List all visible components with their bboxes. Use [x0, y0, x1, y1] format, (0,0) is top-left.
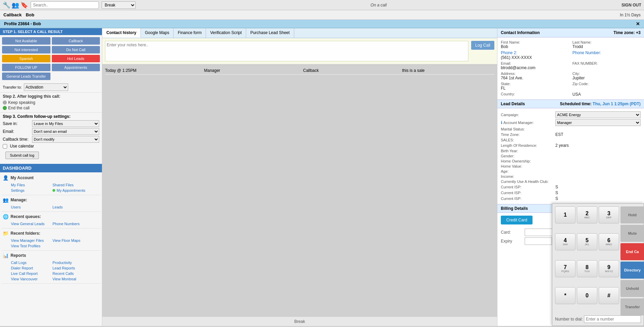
callback-button[interactable]: Callback	[52, 37, 100, 45]
view-floor-maps-link[interactable]: View Floor Maps	[51, 238, 92, 243]
my-account-section[interactable]: 👤 My Account	[1, 174, 101, 182]
break-select[interactable]: Break Available Lunch Meeting	[102, 1, 136, 9]
view-montreal-link[interactable]: View Montreal	[51, 277, 92, 281]
call-buttons-area: Not Available Not interested Spanish FOL…	[0, 35, 102, 82]
my-account-icon: 👤	[3, 175, 9, 181]
use-calendar-row[interactable]: Use calendar	[3, 144, 99, 149]
notes-textarea[interactable]	[105, 41, 468, 61]
phone2-label[interactable]: Phone 2:	[501, 50, 569, 55]
nav-section-my-account: 👤 My Account My Files Shared Files Setti…	[1, 174, 101, 195]
expiry-input[interactable]	[525, 237, 552, 245]
tab-purchase-lead-sheet[interactable]: Purchase Lead Sheet	[246, 28, 294, 38]
folders-icon: 📁	[3, 231, 9, 236]
profile-title-text: Profile 23664 - Bob	[4, 21, 41, 26]
keep-speaking-radio[interactable]	[3, 100, 7, 105]
zip-label: Zip Code:	[572, 82, 641, 86]
shared-files-link[interactable]: Shared Files	[51, 183, 92, 187]
numpad-grid: 1 2ABC 3DEF 4GHI 5JKL 6MNO 7PQRS 8TUV 9W…	[555, 206, 619, 313]
spanish-button[interactable]: Spanish	[2, 55, 50, 62]
my-files-link[interactable]: My Files	[10, 183, 50, 187]
numpad-7[interactable]: 7PQRS	[555, 260, 575, 277]
my-appointments-link[interactable]: My Appointments	[51, 188, 92, 193]
country-value: USA	[572, 92, 641, 97]
users-link[interactable]: Users	[10, 205, 50, 209]
directory-button[interactable]: Directory	[620, 262, 644, 279]
current-isp-3-value: S	[555, 196, 641, 201]
unhold-button[interactable]: Unhold	[620, 280, 644, 297]
save-in-select[interactable]: Leave in My FilesSave to Queue	[32, 120, 99, 127]
content-tabs: Contact history Google Maps Finance form…	[102, 28, 497, 38]
hold-button[interactable]: Hold	[620, 206, 644, 223]
log-call-button[interactable]: Log Call	[471, 41, 494, 50]
fax-label: FAX NUMBER:	[572, 61, 641, 65]
do-not-call-button[interactable]: Do Not Call	[52, 46, 100, 53]
numpad-star[interactable]: *	[555, 287, 575, 304]
submit-call-log-button[interactable]: Submit call log	[5, 152, 39, 159]
view-test-profiles-link[interactable]: View Test Profiles	[10, 244, 50, 248]
hot-leads-button[interactable]: Hot Leads	[52, 55, 100, 62]
tab-finance-form[interactable]: Finance form	[174, 28, 206, 38]
transfer-side-button[interactable]: Transfer	[620, 298, 644, 315]
settings-link[interactable]: Settings	[10, 188, 50, 193]
dialer-report-link[interactable]: Dialer Report	[10, 266, 50, 270]
use-calendar-checkbox[interactable]	[3, 144, 7, 149]
general-leads-button[interactable]: General Leads Transfer	[2, 73, 50, 80]
callback-time-select[interactable]: Don't modifySet time	[32, 136, 99, 143]
email-select[interactable]: Don't send an emailSend email	[32, 128, 99, 135]
numpad-3[interactable]: 3DEF	[599, 206, 619, 223]
view-vancouver-link[interactable]: View Vancouver	[10, 277, 50, 281]
bottom-break-label: Break	[294, 319, 305, 324]
leads-link[interactable]: Leads	[51, 205, 92, 209]
phone-number-label[interactable]: Phone Number:	[572, 50, 641, 55]
close-icon[interactable]: ✕	[636, 21, 640, 27]
tab-contact-history[interactable]: Contact history	[102, 28, 141, 38]
numpad-side-buttons: Hold Mute End Ca Directory Unhold Transf…	[620, 206, 644, 315]
dial-input[interactable]	[584, 315, 641, 323]
end-call-radio[interactable]	[3, 106, 7, 110]
numpad-4[interactable]: 4GHI	[555, 233, 575, 250]
end-call-row[interactable]: End the call	[3, 106, 99, 110]
left-sidebar: STEP 1. SELECT A CALL RESULT Not Availab…	[0, 28, 102, 326]
mute-button[interactable]: Mute	[620, 225, 644, 242]
lead-reports-link[interactable]: Lead Reports	[51, 266, 92, 270]
appointments-button[interactable]: Appointments	[52, 64, 100, 71]
numpad-5[interactable]: 5JKL	[577, 233, 597, 250]
folders-section[interactable]: 📁 Recent folders:	[1, 229, 101, 237]
tab-google-maps[interactable]: Google Maps	[141, 28, 174, 38]
reports-section[interactable]: 📊 Reports	[1, 251, 101, 260]
live-call-report-link[interactable]: Live Call Report	[10, 271, 50, 276]
end-call-side-button[interactable]: End Ca	[620, 243, 644, 260]
timezone-value: +3	[636, 30, 641, 35]
recent-calls-link[interactable]: Recent Calls	[51, 271, 92, 276]
tab-verification-script[interactable]: Verification Script	[206, 28, 246, 38]
account-manager-info-icon[interactable]: ℹ	[501, 120, 503, 125]
view-manager-files-link[interactable]: View Manager Files	[10, 238, 50, 243]
numpad-8[interactable]: 8TUV	[577, 260, 597, 277]
numpad-0[interactable]: 0	[577, 287, 597, 304]
numpad-6[interactable]: 6MNO	[599, 233, 619, 250]
view-general-leads-link[interactable]: View General Leads	[10, 221, 50, 226]
length-residence-value: 2 years	[555, 143, 641, 148]
call-logs-link[interactable]: Call Logs	[10, 260, 50, 265]
manage-section[interactable]: 👥 Manage:	[1, 196, 101, 204]
credit-card-button[interactable]: Credit Card	[501, 216, 533, 224]
logo-icon-2: 👥	[12, 1, 19, 9]
not-interested-button[interactable]: Not interested	[2, 46, 50, 53]
bottom-bar: Break	[102, 316, 497, 326]
not-available-button[interactable]: Not Available	[2, 37, 50, 45]
numpad-9[interactable]: 9WXYZ	[599, 260, 619, 277]
transfer-select[interactable]: ActivationSalesManagerSupport	[24, 83, 68, 91]
campaign-select[interactable]: ACME Energy	[555, 111, 641, 118]
history-date: Today @ 1:25PM	[105, 68, 197, 73]
numpad-hash[interactable]: #	[599, 287, 619, 304]
numpad-1[interactable]: 1	[555, 206, 575, 223]
productivity-link[interactable]: Productivity	[51, 260, 92, 265]
follow-up-button[interactable]: FOLLOW UP	[2, 64, 50, 71]
phone-numbers-link[interactable]: Phone Numbers	[51, 221, 92, 226]
queues-section[interactable]: 🌐 Recent queues:	[1, 213, 101, 221]
keep-speaking-row[interactable]: Keep speaking	[3, 100, 99, 105]
search-input[interactable]	[31, 1, 99, 9]
sign-out-button[interactable]: SIGN OUT	[621, 3, 641, 7]
account-manager-select[interactable]: Manager	[555, 119, 641, 126]
numpad-2[interactable]: 2ABC	[577, 206, 597, 223]
